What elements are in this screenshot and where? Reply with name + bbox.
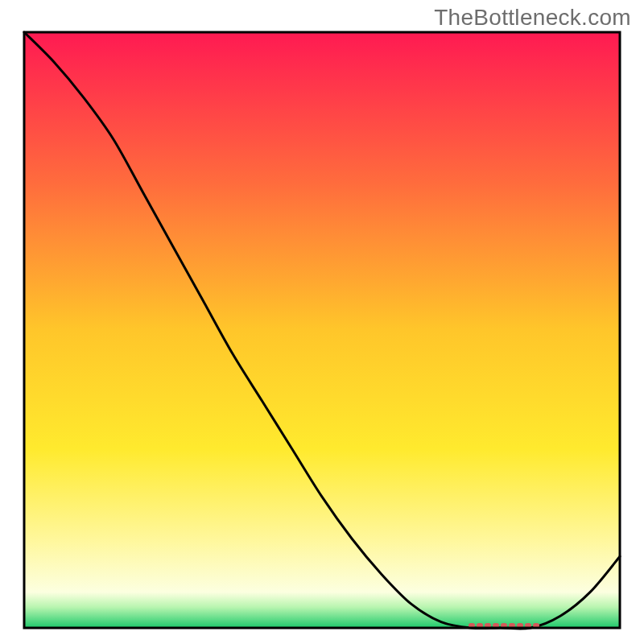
gradient-background <box>24 32 620 628</box>
chart-frame: TheBottleneck.com <box>0 0 644 644</box>
bottleneck-curve-plot <box>0 0 644 644</box>
